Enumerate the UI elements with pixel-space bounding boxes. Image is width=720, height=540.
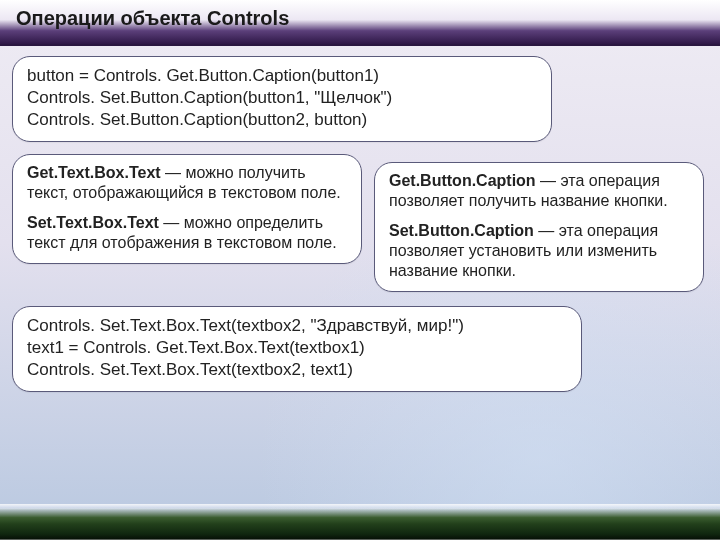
code-box-bottom: Controls. Set.Text.Box.Text(textbox2, "З…: [12, 306, 582, 392]
code-line: Controls. Set.Text.Box.Text(textbox2, "З…: [27, 315, 567, 337]
paragraph: Set.Button.Caption — эта операция позвол…: [389, 221, 689, 281]
slide-header: Операции объекта Controls: [0, 0, 720, 46]
footer-bar: [0, 508, 720, 540]
code-box-top: button = Controls. Get.Button.Caption(bu…: [12, 56, 552, 142]
textbox-left: Get.Text.Box.Text — можно получить текст…: [12, 154, 362, 264]
paragraph: Get.Button.Caption — эта операция позвол…: [389, 171, 689, 211]
textbox-right: Get.Button.Caption — эта операция позвол…: [374, 162, 704, 292]
slide-content: button = Controls. Get.Button.Caption(bu…: [0, 46, 720, 392]
term-bold: Get.Text.Box.Text: [27, 164, 161, 181]
code-line: Controls. Set.Button.Caption(button1, "Щ…: [27, 87, 537, 109]
slide-title: Операции объекта Controls: [16, 4, 704, 32]
paragraph: Get.Text.Box.Text — можно получить текст…: [27, 163, 347, 203]
slide: Операции объекта Controls button = Contr…: [0, 0, 720, 540]
term-bold: Get.Button.Caption: [389, 172, 536, 189]
code-line: text1 = Controls. Get.Text.Box.Text(text…: [27, 337, 567, 359]
term-bold: Set.Button.Caption: [389, 222, 534, 239]
term-bold: Set.Text.Box.Text: [27, 214, 159, 231]
code-line: Controls. Set.Text.Box.Text(textbox2, te…: [27, 359, 567, 381]
code-line: button = Controls. Get.Button.Caption(bu…: [27, 65, 537, 87]
middle-row: Get.Text.Box.Text — можно получить текст…: [12, 154, 708, 292]
code-line: Controls. Set.Button.Caption(button2, bu…: [27, 109, 537, 131]
paragraph: Set.Text.Box.Text — можно определить тек…: [27, 213, 347, 253]
